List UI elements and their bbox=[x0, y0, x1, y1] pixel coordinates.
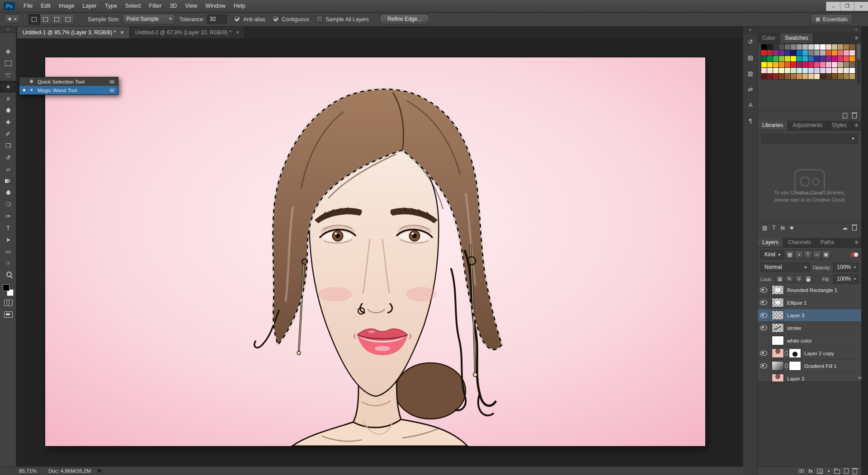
quick-selection-tool-item[interactable]: ❉ Quick Selection Tool W bbox=[19, 77, 118, 86]
workspace-switcher[interactable]: ▦ Essentials bbox=[811, 14, 853, 24]
swatch[interactable] bbox=[767, 62, 773, 67]
foreground-color-chip[interactable] bbox=[3, 284, 9, 291]
new-selection-button[interactable] bbox=[28, 14, 40, 25]
layer-thumbnail[interactable] bbox=[772, 348, 784, 358]
swatch[interactable] bbox=[779, 50, 784, 56]
swatch[interactable] bbox=[779, 74, 784, 79]
subtract-from-selection-button[interactable] bbox=[52, 14, 63, 25]
layer-effects-icon[interactable]: fx bbox=[808, 468, 813, 474]
swatch[interactable] bbox=[820, 44, 826, 50]
swatch[interactable] bbox=[832, 74, 837, 79]
swatch[interactable] bbox=[844, 50, 849, 56]
swatch[interactable] bbox=[767, 56, 773, 61]
zoom-tool[interactable] bbox=[0, 269, 16, 281]
eyedropper-tool[interactable] bbox=[0, 104, 16, 116]
swatch[interactable] bbox=[773, 56, 778, 61]
swatch[interactable] bbox=[767, 50, 773, 56]
minimize-button[interactable]: – bbox=[826, 2, 840, 11]
swatch[interactable] bbox=[802, 44, 808, 50]
swatch[interactable] bbox=[844, 68, 849, 73]
visibility-toggle[interactable] bbox=[758, 296, 769, 309]
libraries-menu-select[interactable] bbox=[761, 134, 858, 144]
lock-all-icon[interactable] bbox=[804, 275, 812, 283]
swatch[interactable] bbox=[779, 68, 784, 73]
tab-untitled-1[interactable]: Untitled-1 @ 85,7% (Layer 3, RGB/8) * × bbox=[17, 26, 130, 38]
add-layer-mask-icon[interactable] bbox=[817, 469, 823, 474]
swatch[interactable] bbox=[773, 50, 778, 56]
refine-edge-button[interactable]: Refine Edge... bbox=[380, 14, 429, 24]
swatch[interactable] bbox=[767, 68, 773, 73]
swatch[interactable] bbox=[838, 50, 843, 56]
toolbar-collapse-button[interactable]: » bbox=[0, 26, 16, 33]
filtering-toggle[interactable] bbox=[850, 252, 859, 257]
layer-row-ellipse-1[interactable]: Ellipse 1 bbox=[758, 296, 861, 309]
tab-channels[interactable]: Channels bbox=[783, 238, 816, 247]
swatch[interactable] bbox=[849, 62, 855, 67]
swatch[interactable] bbox=[773, 74, 778, 79]
eraser-tool[interactable]: ▱ bbox=[0, 163, 16, 175]
status-options-arrow[interactable] bbox=[98, 469, 101, 473]
magic-wand-tool-item[interactable]: ✶ Magic Wand Tool W bbox=[19, 86, 118, 94]
history-brush-tool[interactable]: ↺ bbox=[0, 151, 16, 163]
tab-styles[interactable]: Styles bbox=[827, 121, 852, 130]
swatch[interactable] bbox=[832, 44, 837, 50]
properties-panel-icon[interactable]: ▤ bbox=[743, 50, 758, 66]
layer-mask-thumbnail[interactable] bbox=[789, 361, 801, 371]
menu-filter[interactable]: Filter bbox=[145, 0, 166, 12]
current-tool-preset[interactable]: ✶ bbox=[5, 14, 19, 24]
swatch[interactable] bbox=[785, 62, 790, 67]
crop-tool[interactable]: # bbox=[0, 93, 16, 104]
menu-window[interactable]: Window bbox=[201, 0, 229, 12]
sample-all-layers-checkbox-box[interactable] bbox=[316, 16, 323, 23]
clone-stamp-tool[interactable]: ❒ bbox=[0, 140, 16, 151]
type-tool[interactable]: T bbox=[0, 222, 16, 234]
swatch[interactable] bbox=[808, 62, 814, 67]
swatch[interactable] bbox=[802, 62, 808, 67]
swatch[interactable] bbox=[826, 62, 831, 67]
swatches-scrollbar[interactable] bbox=[857, 44, 860, 84]
close-button[interactable]: × bbox=[854, 2, 868, 11]
new-layer-icon[interactable] bbox=[844, 468, 849, 474]
expand-dock-button[interactable]: « bbox=[743, 26, 757, 34]
add-layer-style-icon[interactable]: fx bbox=[781, 225, 785, 230]
visibility-toggle[interactable] bbox=[758, 347, 769, 359]
layer-row-gradient-fill-1[interactable]: Gradient Fill 1 bbox=[758, 360, 861, 372]
swatch[interactable] bbox=[773, 68, 778, 73]
swatch[interactable] bbox=[814, 74, 820, 79]
new-group-icon[interactable] bbox=[834, 470, 840, 474]
delete-layer-icon[interactable] bbox=[853, 470, 857, 474]
lasso-tool[interactable]: ➰ bbox=[0, 69, 16, 81]
filter-smart-objects-icon[interactable]: ▣ bbox=[821, 250, 830, 259]
quick-mask-button[interactable] bbox=[0, 297, 16, 309]
canvas[interactable] bbox=[45, 57, 705, 446]
add-graphic-icon[interactable]: ▧ bbox=[762, 225, 767, 230]
swatch[interactable] bbox=[791, 50, 796, 56]
add-character-style-icon[interactable]: T bbox=[772, 225, 775, 230]
swatch[interactable] bbox=[826, 68, 831, 73]
tab-color[interactable]: Color bbox=[758, 33, 780, 43]
swatch[interactable] bbox=[849, 68, 855, 73]
swatch[interactable] bbox=[838, 62, 843, 67]
add-to-selection-button[interactable] bbox=[40, 14, 52, 25]
layer-row-layer-3[interactable]: Layer 3 bbox=[758, 309, 861, 322]
swatch[interactable] bbox=[791, 74, 796, 79]
tab-menu-icon[interactable]: ≡ bbox=[855, 238, 861, 247]
character-panel-icon[interactable]: A bbox=[743, 97, 758, 113]
swatch[interactable] bbox=[808, 68, 814, 73]
swatch[interactable] bbox=[785, 74, 790, 79]
layer-thumbnail[interactable] bbox=[772, 310, 784, 320]
swatch[interactable] bbox=[844, 74, 849, 79]
menu-type[interactable]: Type bbox=[101, 0, 121, 12]
swatch[interactable] bbox=[832, 62, 837, 67]
visibility-toggle[interactable] bbox=[758, 334, 769, 347]
delete-swatch-icon[interactable] bbox=[852, 114, 857, 118]
menu-edit[interactable]: Edit bbox=[37, 0, 55, 12]
swatch[interactable] bbox=[844, 56, 849, 61]
screen-mode-button[interactable] bbox=[0, 309, 16, 320]
contiguous-checkbox-box[interactable] bbox=[272, 16, 279, 23]
swatch[interactable] bbox=[791, 62, 796, 67]
swatch[interactable] bbox=[838, 44, 843, 50]
hand-tool[interactable]: ☞ bbox=[0, 257, 16, 269]
swatch[interactable] bbox=[761, 74, 767, 79]
blend-mode-select[interactable]: Normal bbox=[760, 263, 810, 272]
